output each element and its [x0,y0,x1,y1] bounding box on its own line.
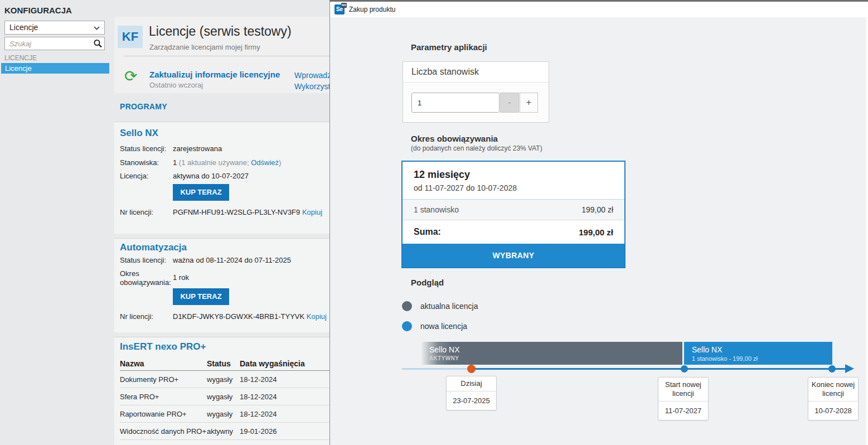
sello-title: Sello NX [120,128,158,139]
col-name: Nazwa [120,359,207,368]
seats-increment-button[interactable]: + [520,93,538,113]
table-row: Raportowanie PRO+ wygasły 18-12-2024 [120,405,331,423]
plan-line-item: 1 stanowisko [414,205,459,214]
sello-status-value: zarejestrowana [173,144,222,153]
sello-nx-badge: NX [341,3,347,8]
automation-status-value: ważna od 08-11-2024 do 07-11-2025 [173,256,291,264]
automation-period-label: Okres obowiązywania: [120,269,171,287]
marker-today-label: Dzisiaj [447,376,496,391]
sidebar-title: KONFIGURACJA [4,6,72,15]
plan-card-header: 12 miesięcy od 11-07-2027 do 10-07-2028 [403,162,624,199]
marker-end-label: Koniec nowej licencji [808,378,858,402]
plan-total-label: Suma: [414,227,441,237]
timeline-today-marker-icon [467,365,476,373]
current-license-dot-icon [402,301,412,311]
page-subtitle: Zarządzanie licencjami mojej firmy [149,43,260,51]
automation-license-no-label: Nr licencji: [120,312,171,321]
period-heading: Okres obowiązywania [411,134,498,143]
marker-license-end: Koniec nowej licencji 10-07-2028 [808,377,859,420]
seats-decrement-button[interactable]: - [500,93,519,113]
seats-quantity-input[interactable] [411,93,500,113]
legend-new-license: nowa licencja [402,321,467,331]
params-heading: Parametry aplikacji [411,42,487,52]
category-dropdown[interactable]: Licencje [4,21,105,35]
sidebar-item-licencje[interactable]: Licencje [1,63,109,74]
sello-seats-value: 1 (1 aktualnie używane; Odśwież) [173,158,281,167]
timeline-current-license-bar: Sello NX AKTYWNY [421,342,682,365]
avatar: KF [118,26,143,48]
nexo-title: InsERT nexo PRO+ [120,341,206,352]
marker-end-date: 10-07-2028 [808,402,858,420]
timeline-end-marker-icon [828,365,836,373]
current-bar-title: Sello NX [429,345,682,354]
marker-today-date: 23-07-2025 [447,391,496,410]
new-bar-title: Sello NX [692,345,832,354]
vat-note: (do podanych cen należy doliczyć 23% VAT… [411,144,542,152]
dialog-right-edge [866,17,868,445]
table-row: Widoczność danych PRO+ aktywny 19-01-202… [120,423,331,440]
sidebar-search [4,37,105,50]
sello-license-no: PGFNM-HFU91-W2SLG-PL3LY-NV3F9 Kopiuj [173,208,322,216]
automation-period-value: 1 rok [173,273,189,282]
timeline-arrow-icon [845,364,854,373]
timeline-axis [471,368,846,370]
sello-buy-now-button[interactable]: KUP TERAZ [173,184,229,201]
last-update-status: Ostatnio wczoraj [149,81,203,89]
sello-seats-note: (1 aktualnie używane; [179,158,249,167]
marker-start-label: Start nowej licencji [658,378,708,402]
automation-status-label: Status licencji: [120,256,171,265]
update-licenses-link[interactable]: Zaktualizuj informacje licencyjne [149,70,280,79]
refresh-icon[interactable]: ⟳ [124,68,137,85]
timeline-new-license-bar: Sello NX 1 stanowisko - 199,00 zł [684,342,832,365]
dialog-titlebar[interactable]: Se NX Zakup produktu [330,2,868,17]
new-bar-detail: 1 stanowisko - 199,00 zł [692,355,832,362]
legend-new-label: nowa licencja [420,322,467,331]
automation-buy-now-button[interactable]: KUP TERAZ [173,288,229,305]
table-row: Dokumenty PRO+ wygasły 18-12-2024 [120,371,331,388]
page-title: Licencje (serwis testowy) [149,24,292,39]
sello-copy-link[interactable]: Kopiuj [302,208,322,216]
plan-selected-button[interactable]: WYBRANY [403,244,624,267]
sello-seats-label: Stanowiska: [120,158,171,167]
nexo-table-header: Nazwa Status Data wygaśnięcia [120,356,331,371]
table-row: Sfera PRO+ wygasły 18-12-2024 [120,388,331,405]
current-bar-status: AKTYWNY [429,355,682,361]
search-input[interactable] [4,37,105,50]
marker-start-date: 11-07-2027 [658,402,708,420]
sello-license-no-label: Nr licencji: [120,208,171,217]
seats-param-box: Liczba stanowisk - + [403,61,549,123]
marker-today: Dzisiaj 23-07-2025 [446,376,497,410]
programs-section-label: PROGRAMY [120,102,167,111]
new-license-dot-icon [402,321,412,331]
dialog-title: Zakup produktu [349,6,395,13]
marker-license-start: Start nowej licencji 11-07-2027 [658,377,709,420]
plan-duration: 12 miesięcy [414,169,613,181]
chevron-down-icon [94,21,100,34]
legend-current-label: aktualna licencja [420,302,478,311]
legend-current-license: aktualna licencja [402,301,478,311]
sello-status-label: Status licencji: [120,144,171,153]
search-icon[interactable] [93,38,103,49]
plan-line-price: 199,00 zł [581,205,613,214]
nexo-license-table: Nazwa Status Data wygaśnięcia Dokumenty … [120,356,331,440]
sidebar-group-label: LICENCJE [4,54,37,62]
purchase-dialog: Se NX Zakup produktu Parametry aplikacji… [329,0,868,445]
plan-line-item-row: 1 stanowisko 199,00 zł [403,199,624,220]
sello-license-value: aktywna do 10-07-2027 [173,172,249,180]
plan-total-row: Suma: 199,00 zł [403,220,624,244]
automation-title: Automatyzacja [120,242,187,253]
plan-total-price: 199,00 zł [579,228,613,237]
sello-seats-refresh-link[interactable]: Odśwież [251,158,279,167]
preview-heading: Podgląd [411,278,444,287]
seats-field-label: Liczba stanowisk [403,62,549,83]
automation-license-no: D1KDF-JWKY8-DGWXK-4BRB1-TYYVK Kopiuj [173,312,327,321]
automation-copy-link[interactable]: Kopiuj [307,312,327,321]
plan-date-range: od 11-07-2027 do 10-07-2028 [414,183,613,192]
plan-card-12-months[interactable]: 12 miesięcy od 11-07-2027 do 10-07-2028 … [401,161,625,268]
timeline-axis-past [402,368,471,370]
sello-license-label: Licencja: [120,172,171,181]
col-expiry: Data wygaśnięcia [240,359,331,368]
col-status: Status [207,359,240,368]
timeline-start-marker-icon [681,365,688,373]
category-dropdown-value: Licencje [9,21,38,34]
